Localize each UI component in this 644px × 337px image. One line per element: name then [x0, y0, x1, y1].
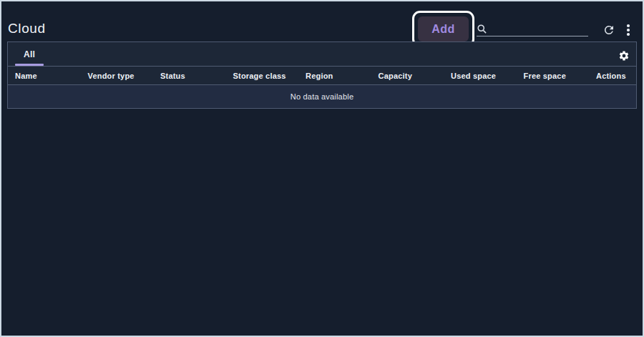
empty-message: No data available	[291, 92, 353, 101]
search-field[interactable]	[477, 23, 588, 36]
add-button[interactable]: Add	[418, 16, 469, 41]
table-empty-row: No data available	[8, 85, 636, 108]
table-settings-button[interactable]	[618, 49, 630, 62]
top-bar: Cloud Add	[1, 1, 643, 41]
column-header-status[interactable]: Status	[153, 72, 226, 80]
tab-all[interactable]: All	[8, 42, 51, 66]
kebab-menu-icon	[627, 24, 630, 36]
column-header-storage-class[interactable]: Storage class	[226, 72, 299, 80]
table-header-row: NameVendor typeStatusStorage classRegion…	[8, 67, 636, 85]
column-header-actions[interactable]: Actions	[589, 72, 636, 80]
column-header-free-space[interactable]: Free space	[517, 72, 590, 80]
content-card: All NameVendor typeStatusStorage classRe…	[7, 41, 637, 109]
refresh-button[interactable]	[601, 22, 617, 38]
tab-all-label: All	[24, 49, 35, 59]
gear-icon	[618, 50, 630, 62]
app-window: Cloud Add	[0, 0, 644, 337]
column-header-capacity[interactable]: Capacity	[371, 72, 444, 80]
column-header-name[interactable]: Name	[8, 72, 81, 80]
column-header-vendor-type[interactable]: Vendor type	[81, 72, 154, 80]
active-tab-indicator	[15, 64, 44, 66]
page-title: Cloud	[8, 21, 46, 36]
search-icon	[477, 24, 487, 34]
tab-bar: All	[8, 42, 636, 67]
refresh-icon	[602, 24, 615, 36]
search-input[interactable]	[489, 24, 588, 34]
column-header-region[interactable]: Region	[298, 72, 371, 80]
column-header-used-space[interactable]: Used space	[444, 72, 517, 80]
kebab-menu-button[interactable]	[622, 22, 635, 38]
